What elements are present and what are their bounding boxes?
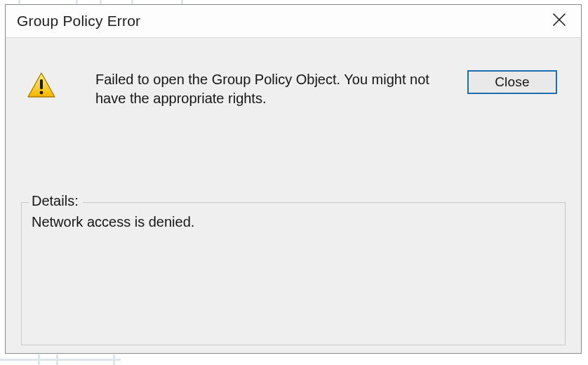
title-bar: Group Policy Error: [6, 5, 581, 38]
close-button[interactable]: Close: [467, 70, 557, 94]
svg-rect-3: [40, 79, 43, 89]
button-column: Close: [439, 70, 560, 94]
details-groupbox: Details: Network access is denied.: [21, 202, 566, 345]
details-text: Network access is denied.: [32, 214, 194, 230]
details-label: Details:: [29, 193, 83, 208]
dialog-title: Group Policy Error: [17, 13, 140, 29]
titlebar-close-button[interactable]: [537, 5, 581, 37]
warning-icon: [27, 70, 70, 98]
error-message: Failed to open the Group Policy Object. …: [70, 70, 439, 108]
message-row: Failed to open the Group Policy Object. …: [27, 70, 560, 108]
close-icon: [552, 13, 566, 29]
error-dialog: Group Policy Error: [5, 4, 582, 354]
svg-point-4: [40, 91, 44, 95]
dialog-body: Failed to open the Group Policy Object. …: [6, 38, 581, 354]
